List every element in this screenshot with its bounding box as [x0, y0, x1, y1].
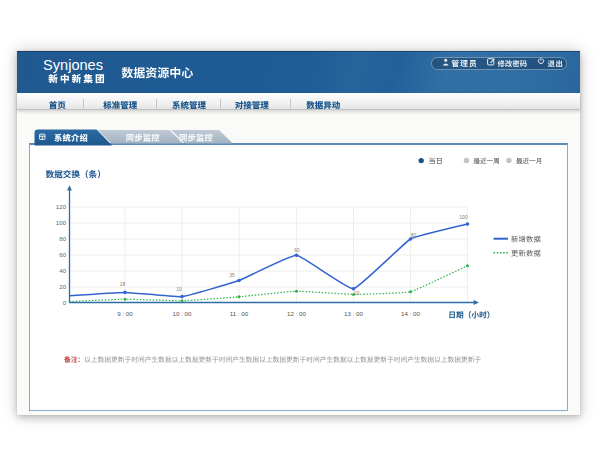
- svg-text:13 : 00: 13 : 00: [344, 310, 363, 317]
- svg-text:Synjones: Synjones: [43, 57, 103, 73]
- svg-text:100: 100: [56, 219, 67, 226]
- svg-text:10 : 00: 10 : 00: [173, 310, 192, 317]
- svg-text:120: 120: [56, 203, 67, 210]
- svg-text:12 : 00: 12 : 00: [287, 310, 306, 317]
- svg-text:40: 40: [59, 267, 66, 274]
- svg-text:0: 0: [63, 299, 67, 306]
- svg-text:60: 60: [59, 251, 66, 258]
- svg-text:11 : 00: 11 : 00: [230, 310, 249, 317]
- svg-text:35: 35: [229, 273, 235, 278]
- svg-text:100: 100: [459, 215, 467, 220]
- svg-text:10: 10: [354, 291, 360, 296]
- svg-text:14 : 00: 14 : 00: [401, 310, 420, 317]
- svg-text:18: 18: [120, 282, 126, 287]
- svg-text:9 : 00: 9 : 00: [117, 310, 133, 317]
- svg-text:10: 10: [176, 287, 182, 292]
- svg-text:20: 20: [59, 283, 66, 290]
- svg-text:80: 80: [59, 235, 66, 242]
- svg-text:60: 60: [294, 248, 300, 253]
- svg-text:80: 80: [411, 233, 417, 238]
